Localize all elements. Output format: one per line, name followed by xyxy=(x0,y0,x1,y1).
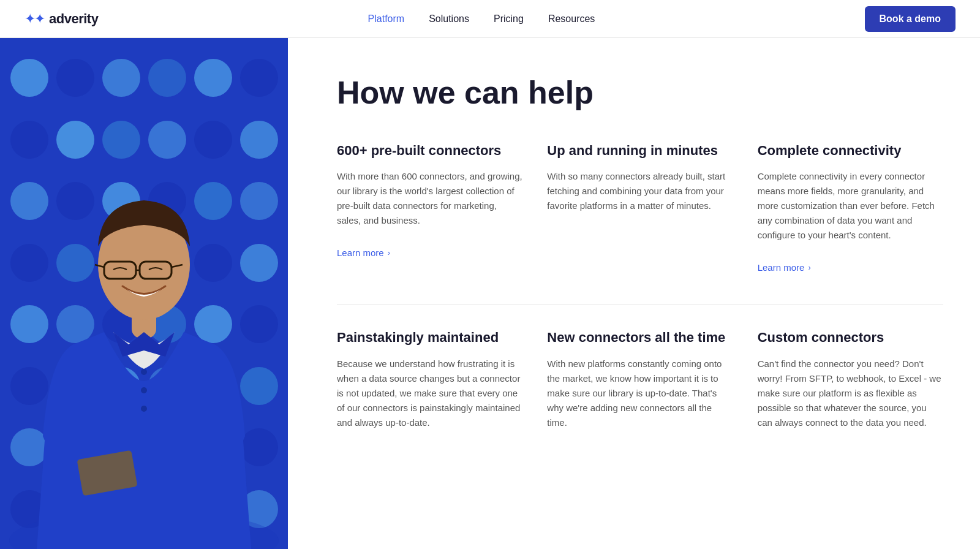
learn-more-link-connectors[interactable]: Learn more › xyxy=(337,248,390,258)
nav-links: Platform Solutions Pricing Resources xyxy=(368,13,595,25)
nav-item-solutions[interactable]: Solutions xyxy=(429,13,469,25)
nav-link-platform[interactable]: Platform xyxy=(368,13,405,24)
svg-point-10 xyxy=(141,387,147,393)
feature-card-new-connectors: New connectors all the time With new pla… xyxy=(547,329,733,467)
hero-panel xyxy=(0,38,288,549)
learn-more-link-connectivity[interactable]: Learn more › xyxy=(758,262,811,273)
features-row-2: Painstakingly maintained Because we unde… xyxy=(337,329,943,467)
nav-item-resources[interactable]: Resources xyxy=(548,13,595,25)
nav-item-pricing[interactable]: Pricing xyxy=(494,13,524,25)
feature-card-maintained: Painstakingly maintained Because we unde… xyxy=(337,329,522,467)
feature-title-running: Up and running in minutes xyxy=(547,142,733,160)
feature-card-running: Up and running in minutes With so many c… xyxy=(547,142,733,298)
feature-title-custom: Custom connectors xyxy=(758,329,943,347)
svg-point-11 xyxy=(141,406,147,412)
nav-link-pricing[interactable]: Pricing xyxy=(494,13,524,24)
feature-desc-running: With so many connectors already built, s… xyxy=(547,169,733,213)
feature-card-connectivity: Complete connectivity Complete connectiv… xyxy=(758,142,943,298)
chevron-right-icon: › xyxy=(388,248,390,257)
feature-title-connectors: 600+ pre-built connectors xyxy=(337,142,522,160)
main-layout: How we can help 600+ pre-built connector… xyxy=(0,38,980,549)
feature-title-connectivity: Complete connectivity xyxy=(758,142,943,160)
feature-title-new-connectors: New connectors all the time xyxy=(547,329,733,347)
section-title: How we can help xyxy=(337,75,943,112)
logo-text: adverity xyxy=(49,11,98,27)
svg-point-9 xyxy=(141,369,147,375)
feature-desc-connectivity: Complete connectivity in every connector… xyxy=(758,169,943,243)
feature-desc-custom: Can't find the connector you need? Don't… xyxy=(758,357,943,430)
feature-card-connectors: 600+ pre-built connectors With more than… xyxy=(337,142,522,298)
feature-card-custom: Custom connectors Can't find the connect… xyxy=(758,329,943,467)
features-row-1: 600+ pre-built connectors With more than… xyxy=(337,142,943,298)
feature-desc-maintained: Because we understand how frustrating it… xyxy=(337,357,522,430)
feature-desc-new-connectors: With new platforms constantly coming ont… xyxy=(547,357,733,430)
chevron-right-icon-2: › xyxy=(808,263,810,272)
nav-link-solutions[interactable]: Solutions xyxy=(429,13,469,24)
logo-icon: ✦✦ xyxy=(24,11,44,27)
content-panel: How we can help 600+ pre-built connector… xyxy=(288,38,980,549)
row-divider xyxy=(337,304,943,305)
nav-item-platform[interactable]: Platform xyxy=(368,13,405,25)
feature-desc-connectors: With more than 600 connectors, and growi… xyxy=(337,169,522,228)
book-demo-button[interactable]: Book a demo xyxy=(865,6,956,32)
logo[interactable]: ✦✦ adverity xyxy=(24,11,98,27)
nav-link-resources[interactable]: Resources xyxy=(548,13,595,24)
navigation: ✦✦ adverity Platform Solutions Pricing R… xyxy=(0,0,980,38)
hero-person-image xyxy=(0,38,288,549)
feature-title-maintained: Painstakingly maintained xyxy=(337,329,522,347)
